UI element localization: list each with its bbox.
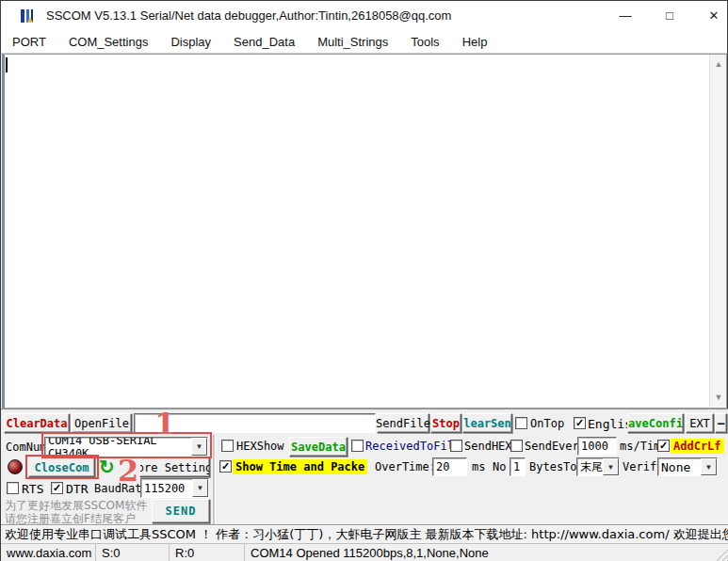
status-received-count: R:0	[170, 544, 245, 561]
text-caret	[6, 57, 8, 72]
received-to-file-checkbox[interactable]	[351, 440, 364, 452]
close-button[interactable]: ✕	[692, 1, 728, 31]
open-file-button[interactable]: OpenFile	[72, 413, 132, 433]
dtr-checkbox[interactable]	[51, 482, 63, 494]
bytes-to-value: 末尾	[577, 458, 603, 475]
menu-help[interactable]: Help	[451, 31, 499, 54]
bytes-to-label: BytesTo	[529, 460, 577, 473]
com-port-select[interactable]: COM14 USB-SERIAL CH340K ▼	[44, 437, 208, 457]
close-com-button[interactable]: CloseCom	[28, 457, 95, 477]
bottom-status-bar: www.daxia.com S:0 R:0 COM14 Opened 11520…	[1, 543, 728, 561]
menu-com-settings[interactable]: COM_Settings	[57, 31, 160, 54]
packet-no-label: No	[493, 460, 506, 473]
file-path-input[interactable]	[134, 413, 376, 433]
hexshow-label: HEXShow	[236, 440, 284, 453]
status-sent-count: S:0	[96, 544, 170, 561]
send-button[interactable]: SEND	[152, 499, 210, 523]
menu-tools[interactable]: Tools	[399, 31, 450, 54]
interval-unit-label: ms/Tim	[620, 440, 660, 453]
clear-send-button[interactable]: ClearSend	[462, 413, 512, 433]
rts-label: RTS	[22, 482, 43, 496]
show-time-label: Show Time and Packe	[233, 459, 367, 474]
packet-no-input[interactable]: 1	[510, 457, 526, 476]
hexshow-checkbox[interactable]	[221, 440, 234, 452]
ext-button[interactable]: EXT	[686, 413, 714, 433]
show-time-checkbox[interactable]	[219, 460, 232, 473]
rts-checkbox[interactable]	[7, 482, 19, 494]
maximize-button[interactable]: □	[648, 1, 691, 31]
app-window: SSCOM V5.13.1 Serial/Net data debugger,A…	[0, 0, 728, 561]
scroll-up-icon[interactable]: ▲	[710, 56, 727, 72]
status-message-bar: 欢迎使用专业串口调试工具SSCOM ！ 作者：习小猛(丁丁)，大虾电子网版主 最…	[1, 525, 728, 543]
chevron-down-icon[interactable]: ▼	[603, 458, 619, 475]
menu-multi-strings[interactable]: Multi_Strings	[306, 31, 399, 54]
menu-bar: PORT COM_Settings Display Send_Data Mult…	[1, 31, 727, 54]
overtime-unit-label: ms	[472, 460, 485, 473]
save-config-button[interactable]: SaveConfig	[627, 413, 684, 433]
minimize-button[interactable]: —	[604, 1, 647, 31]
dtr-label: DTR	[66, 482, 88, 496]
ontop-label: OnTop	[530, 417, 564, 430]
clear-data-button[interactable]: ClearData	[4, 413, 70, 433]
received-to-file-label: ReceivedToFile	[365, 440, 461, 453]
menu-send-data[interactable]: Send_Data	[222, 31, 306, 54]
status-port-state: COM14 Opened 115200bps,8,1,None,None	[245, 544, 728, 561]
baudrate-value: 115200	[141, 479, 192, 497]
menu-display[interactable]: Display	[159, 31, 222, 54]
com-status-led-icon	[8, 459, 23, 474]
english-checkbox[interactable]	[574, 417, 586, 429]
receive-area[interactable]	[2, 54, 727, 409]
baudrate-select[interactable]: 115200 ▼	[140, 478, 209, 498]
verify-value: None	[658, 458, 701, 475]
com-port-value: COM14 USB-SERIAL CH340K	[45, 438, 191, 456]
control-panel: ClearData OpenFile SendFile Stop ClearSe…	[1, 409, 728, 525]
chevron-down-icon[interactable]: ▼	[191, 438, 207, 456]
send-every-checkbox[interactable]	[510, 440, 523, 452]
panel-collapse-button[interactable]: —	[715, 413, 727, 433]
status-website[interactable]: www.daxia.com	[1, 544, 96, 561]
verify-select[interactable]: None ▼	[657, 457, 718, 476]
add-crlf-label: AddCrLf	[671, 439, 724, 454]
add-crlf-checkbox[interactable]	[657, 440, 670, 452]
sendhex-checkbox[interactable]	[450, 440, 462, 452]
title-bar: SSCOM V5.13.1 Serial/Net data debugger,A…	[1, 1, 727, 31]
more-settings-button[interactable]: More Settings	[139, 457, 210, 477]
window-title: SSCOM V5.13.1 Serial/Net data debugger,A…	[46, 8, 451, 23]
baudrate-label: BaudRat	[94, 482, 142, 495]
app-icon	[20, 8, 37, 24]
sendhex-label: SendHEX	[464, 440, 512, 453]
bytes-to-select[interactable]: 末尾 ▼	[576, 457, 620, 476]
receive-scrollbar[interactable]: ▲ ▼	[709, 55, 726, 407]
overtime-label: OverTime:	[375, 460, 436, 473]
stop-button[interactable]: Stop	[430, 413, 461, 433]
panel-divider	[213, 435, 215, 525]
scroll-down-icon[interactable]: ▼	[710, 390, 727, 405]
send-file-button[interactable]: SendFile	[377, 413, 429, 433]
status-message: 欢迎使用专业串口调试工具SSCOM ！ 作者：习小猛(丁丁)，大虾电子网版主 最…	[5, 526, 728, 543]
overtime-input[interactable]: 20	[432, 457, 467, 476]
refresh-ports-icon[interactable]: ↻	[99, 457, 115, 476]
menu-port[interactable]: PORT	[1, 31, 57, 54]
ontop-checkbox[interactable]	[515, 417, 527, 429]
save-data-button[interactable]: SaveData	[289, 437, 348, 457]
send-interval-input[interactable]: 1000	[577, 437, 617, 456]
comnum-label: ComNum	[6, 441, 46, 454]
chevron-down-icon[interactable]: ▼	[701, 458, 717, 475]
chevron-down-icon[interactable]: ▼	[192, 479, 208, 497]
